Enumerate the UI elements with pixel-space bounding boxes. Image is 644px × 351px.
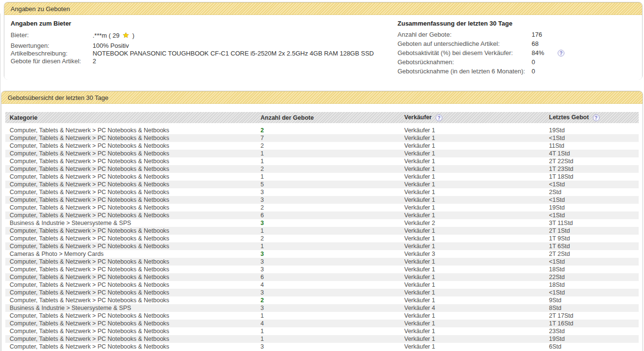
category-cell: Computer, Tablets & Netzwerk > PC Notebo…: [5, 235, 260, 242]
bid-count-cell: 6: [260, 273, 404, 281]
last-bid-cell: 1T 6Std: [549, 242, 639, 250]
column-header-seller: Verkäufer?: [404, 112, 549, 123]
seller-cell: Verkäufer 1: [404, 235, 549, 242]
retractions-label: Gebotsrücknahmen:: [397, 57, 532, 67]
table-row: Computer, Tablets & Netzwerk > PC Notebo…: [5, 258, 639, 266]
category-cell: Computer, Tablets & Netzwerk > PC Notebo…: [5, 343, 260, 351]
category-cell: Computer, Tablets & Netzwerk > PC Notebo…: [5, 312, 260, 320]
last-bid-cell: 4T 1Std: [549, 150, 639, 157]
bidder-id: .***m ( 29: [93, 32, 120, 39]
table-row: Cameras & Photo > Memory Cards 3 Verkäuf…: [5, 250, 639, 258]
seller-cell: Verkäufer 1: [404, 312, 549, 320]
retractions-value: 0: [532, 57, 554, 67]
category-cell: Business & Industrie > Steuersysteme & S…: [5, 304, 260, 312]
table-row: Computer, Tablets & Netzwerk > PC Notebo…: [5, 211, 639, 219]
last-bid-cell: 11Std: [549, 142, 639, 150]
item-description-link[interactable]: NOTEBOOK PANASONIC TOUGHBOOK CF-C1 CORE …: [93, 50, 374, 57]
distinct-items-label: Geboten auf unterschiedliche Artikel:: [397, 39, 532, 48]
bid-count-cell: 6: [260, 211, 404, 219]
retractions-6months-value: 0: [532, 67, 554, 76]
table-row: Computer, Tablets & Netzwerk > PC Notebo…: [5, 188, 639, 196]
bid-count-cell: 4: [260, 281, 404, 289]
seller-cell: Verkäufer 1: [404, 211, 549, 219]
category-cell: Computer, Tablets & Netzwerk > PC Notebo…: [5, 123, 260, 134]
bidder-section-title: Angaben zum Bieter: [11, 20, 397, 27]
bid-count-cell: 2: [260, 296, 404, 304]
bid-overview-body: Kategorie Anzahl der Gebote Verkäufer? L…: [1, 104, 643, 351]
bid-overview-panel: Gebotsübersicht der letzten 30 Tage Kate…: [1, 91, 643, 351]
bid-count-cell: 2: [260, 142, 404, 150]
seller-cell: Verkäufer 1: [404, 266, 549, 273]
bid-details-body: Angaben zum Bieter Bieter: .***m ( 29 ★ …: [4, 15, 642, 80]
bid-count-cell: 1: [260, 173, 404, 181]
category-cell: Computer, Tablets & Netzwerk > PC Notebo…: [5, 266, 260, 273]
column-header-category: Kategorie: [5, 112, 260, 123]
seller-cell: Verkäufer 1: [404, 281, 549, 289]
bidder-value: .***m ( 29 ★ ): [93, 31, 135, 40]
total-bids-label: Anzahl der Gebote:: [397, 30, 532, 39]
table-row: Computer, Tablets & Netzwerk > PC Notebo…: [5, 320, 639, 327]
summary-section-title: Zusammenfassung der letzten 30 Tage: [397, 20, 636, 27]
summary-row-distinct-items: Geboten auf unterschiedliche Artikel: 68: [397, 39, 636, 48]
table-row: Business & Industrie > Steuersysteme & S…: [5, 304, 639, 312]
seller-cell: Verkäufer 3: [404, 250, 549, 258]
table-row: Computer, Tablets & Netzwerk > PC Notebo…: [5, 335, 639, 343]
summary-section: Zusammenfassung der letzten 30 Tage Anza…: [397, 20, 636, 80]
table-row: Computer, Tablets & Netzwerk > PC Notebo…: [5, 281, 639, 289]
seller-cell: Verkäufer 1: [404, 335, 549, 343]
feedback-star-icon: ★: [123, 31, 129, 39]
seller-cell: Verkäufer 1: [404, 289, 549, 296]
column-header-last-bid-label: Letztes Gebot: [549, 114, 589, 121]
bid-activity-help-icon[interactable]: ?: [558, 50, 564, 56]
last-bid-cell: 19Std: [549, 123, 639, 134]
bid-count-cell: 1: [260, 227, 404, 235]
column-header-bid-count: Anzahl der Gebote: [260, 112, 404, 123]
last-bid-cell: 8Std: [549, 304, 639, 312]
seller-cell: Verkäufer 1: [404, 150, 549, 157]
seller-cell: Verkäufer 1: [404, 165, 549, 173]
panel-title: Angaben zu Geboten: [11, 5, 70, 13]
summary-row-retractions-6months: Gebotsrücknahme (in den letzten 6 Monate…: [397, 67, 636, 76]
panel-header-bid-details: Angaben zu Geboten: [4, 2, 642, 15]
page-left-border: [0, 14, 0, 351]
table-row: Computer, Tablets & Netzwerk > PC Notebo…: [5, 181, 639, 188]
bid-count-cell: 2: [260, 165, 404, 173]
bid-details-panel: Angaben zu Geboten Angaben zum Bieter Bi…: [4, 2, 643, 80]
category-cell: Computer, Tablets & Netzwerk > PC Notebo…: [5, 242, 260, 250]
category-cell: Computer, Tablets & Netzwerk > PC Notebo…: [5, 150, 260, 157]
bid-count-cell: 2: [260, 123, 404, 134]
last-bid-cell: 2Std: [549, 188, 639, 196]
seller-cell: Verkäufer 1: [404, 227, 549, 235]
category-cell: Computer, Tablets & Netzwerk > PC Notebo…: [5, 211, 260, 219]
bid-count-cell: 1: [260, 335, 404, 343]
bid-activity-label: Gebotsaktivität (%) bei diesem Verkäufer…: [397, 48, 532, 57]
category-cell: Computer, Tablets & Netzwerk > PC Notebo…: [5, 289, 260, 296]
table-row: Computer, Tablets & Netzwerk > PC Notebo…: [5, 327, 639, 335]
last-bid-cell: 19Std: [549, 335, 639, 343]
last-bid-cell: 1T 16Std: [549, 320, 639, 327]
category-cell: Computer, Tablets & Netzwerk > PC Notebo…: [5, 227, 260, 235]
category-cell: Computer, Tablets & Netzwerk > PC Notebo…: [5, 188, 260, 196]
seller-help-icon[interactable]: ?: [436, 114, 442, 121]
last-bid-help-icon[interactable]: ?: [593, 114, 600, 121]
category-cell: Computer, Tablets & Netzwerk > PC Notebo…: [5, 327, 260, 335]
last-bid-cell: 2T 1Std: [549, 227, 639, 235]
bid-activity-value: 84%: [532, 48, 554, 57]
last-bid-cell: 2T 17Std: [549, 312, 639, 320]
category-cell: Computer, Tablets & Netzwerk > PC Notebo…: [5, 173, 260, 181]
total-bids-value: 176: [532, 30, 554, 39]
bid-count-cell: 2: [260, 235, 404, 242]
last-bid-cell: 1T 9Std: [549, 235, 639, 242]
item-description-label: Artikelbeschreibung:: [11, 50, 93, 57]
table-row: Computer, Tablets & Netzwerk > PC Notebo…: [5, 343, 639, 351]
bid-count-cell: 3: [260, 188, 404, 196]
panel-header-bid-overview: Gebotsübersicht der letzten 30 Tage: [1, 91, 643, 104]
category-cell: Computer, Tablets & Netzwerk > PC Notebo…: [5, 320, 260, 327]
last-bid-cell: 1T 18Std: [549, 173, 639, 181]
last-bid-cell: 22Std: [549, 273, 639, 281]
last-bid-cell: <1Std: [549, 196, 639, 204]
last-bid-cell: 18Std: [549, 281, 639, 289]
table-row: Computer, Tablets & Netzwerk > PC Notebo…: [5, 204, 639, 211]
seller-cell: Verkäufer 1: [404, 242, 549, 250]
table-row: Computer, Tablets & Netzwerk > PC Notebo…: [5, 273, 639, 281]
